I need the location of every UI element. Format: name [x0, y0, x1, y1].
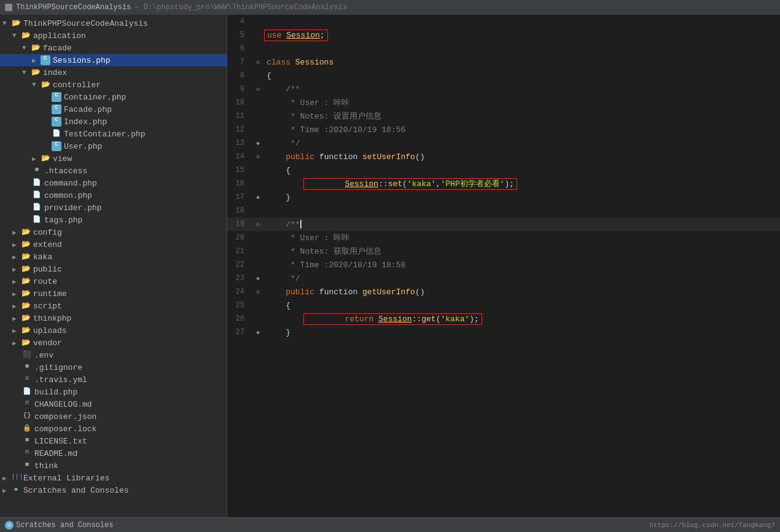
fold-close-icon[interactable]: ◆: [256, 329, 260, 336]
line-code: public function setUserInfo(): [264, 150, 780, 163]
fold-open-icon[interactable]: ◇: [256, 221, 260, 228]
tree-item-label: route: [33, 277, 57, 286]
tree-item-common.php[interactable]: 📄common.php: [0, 189, 227, 201]
folder-icon: 📂: [41, 154, 50, 163]
tree-item-public[interactable]: ▶📂public: [0, 263, 227, 275]
line-gutter: [252, 109, 264, 123]
highlight-box: Session::set('kaka','PHP初学者必看');: [303, 178, 517, 190]
tree-item-index[interactable]: ▼📂index: [0, 66, 227, 79]
folder-icon: 📂: [21, 289, 31, 299]
tree-item-uploads[interactable]: ▶📂uploads: [0, 324, 227, 337]
fold-close-icon[interactable]: ◆: [256, 194, 260, 201]
code-line-26: 26 return Session::get('kaka');: [227, 312, 780, 326]
token: }: [267, 328, 291, 337]
file-icon: {}: [22, 412, 32, 421]
tree-item-composer.lock[interactable]: 🔒composer.lock: [0, 423, 227, 435]
fold-open-icon[interactable]: ◇: [256, 289, 260, 295]
line-gutter: [252, 163, 264, 177]
tree-item-Sessions.php[interactable]: ▶CSessions.php: [0, 54, 227, 66]
token: );: [505, 179, 515, 189]
project-title: ThinkPHPSourceCodeAnalysis: [16, 3, 131, 12]
php-misc-icon: 📄: [22, 387, 32, 397]
tree-item-vendor[interactable]: ▶📂vendor: [0, 337, 227, 349]
line-gutter: ◇: [252, 55, 264, 69]
tree-item-think[interactable]: ■think: [0, 460, 227, 472]
fold-open-icon[interactable]: ◇: [256, 154, 260, 160]
main-layout: ▼📂ThinkPHPSourceCodeAnalysis▼📂applicatio…: [0, 15, 780, 517]
tree-item-LICENSE.txt[interactable]: ■LICENSE.txt: [0, 435, 227, 447]
tree-arrow: ▶: [12, 229, 21, 237]
file-icon: ≡: [22, 375, 32, 385]
tree-item-CHANGELOG.md[interactable]: MCHANGELOG.md: [0, 398, 227, 410]
tree-arrow: ▶: [12, 241, 21, 249]
tree-item-runtime[interactable]: ▶📂runtime: [0, 288, 227, 300]
file-icon: M: [22, 399, 32, 409]
line-number: 19: [227, 217, 252, 231]
code-line-25: 25 {: [227, 299, 780, 312]
tree-item-facade[interactable]: ▼📂facade: [0, 42, 227, 54]
line-gutter: ◆: [252, 272, 264, 285]
file-icon: ■: [22, 436, 32, 446]
tree-item-script[interactable]: ▶📂script: [0, 300, 227, 312]
token: Session: [286, 31, 320, 40]
code-line-5: 5use Session;: [227, 28, 780, 42]
tree-item-Index.php[interactable]: CIndex.php: [0, 115, 227, 128]
code-line-12: 12 * Time :2020/10/19 18:56: [227, 123, 780, 136]
tree-item-command.php[interactable]: 📄command.php: [0, 177, 227, 189]
token: Session: [345, 179, 378, 189]
tree-item-label: command.php: [44, 179, 97, 188]
fold-close-icon[interactable]: ◆: [256, 140, 260, 147]
code-line-24: 24◇ public function getUserInfo(): [227, 285, 780, 299]
tree-item-User.php[interactable]: CUser.php: [0, 140, 227, 152]
ext-icon: |||: [11, 473, 21, 483]
scratches-label-text: Scratches and Consoles: [16, 521, 113, 530]
tree-item-scratches[interactable]: ▶●Scratches and Consoles: [0, 484, 227, 496]
folder-icon: 📂: [11, 18, 21, 28]
tree-item-TestContainer.php[interactable]: 📄TestContainer.php: [0, 128, 227, 140]
tree-item-.env[interactable]: ⬛.env: [0, 349, 227, 361]
code-line-6: 6: [227, 42, 780, 55]
file-icon: M: [22, 448, 32, 458]
line-number: 16: [227, 177, 252, 190]
tree-item-config[interactable]: ▶📂config: [0, 226, 227, 238]
line-number: 10: [227, 96, 252, 109]
file-icon: ■: [32, 166, 42, 176]
line-code: * Notes: 设置用户信息: [264, 109, 780, 123]
tree-item-.htaccess[interactable]: ■.htaccess: [0, 165, 227, 177]
tree-item-tags.php[interactable]: 📄tags.php: [0, 214, 227, 226]
tree-item-.travis.yml[interactable]: ≡.travis.yml: [0, 374, 227, 386]
tree-item-kaka[interactable]: ▶📂kaka: [0, 251, 227, 263]
file-icon: ■: [22, 461, 32, 471]
tree-item-application[interactable]: ▼📂application: [0, 29, 227, 42]
code-line-16: 16 Session::set('kaka','PHP初学者必看');: [227, 177, 780, 190]
tree-item-controller[interactable]: ▼📂controller: [0, 79, 227, 91]
folder-icon: 📂: [21, 252, 31, 262]
tree-item-.gitignore[interactable]: ■.gitignore: [0, 361, 227, 374]
tree-item-extend[interactable]: ▶📂extend: [0, 238, 227, 251]
tree-item-label: provider.php: [44, 203, 102, 213]
tree-item-Facade.php[interactable]: CFacade.php: [0, 103, 227, 115]
line-gutter: [252, 244, 264, 258]
fold-close-icon[interactable]: ◆: [256, 275, 260, 282]
line-code: return Session::get('kaka');: [264, 312, 780, 326]
fold-open-icon[interactable]: ◇: [256, 86, 260, 93]
tree-item-label: Container.php: [64, 93, 126, 102]
tree-item-route[interactable]: ▶📂route: [0, 275, 227, 288]
code-editor[interactable]: 45use Session;67◇class Sessions8{9◇ /**1…: [227, 15, 780, 517]
fold-open-icon[interactable]: ◇: [256, 59, 260, 66]
token: return: [345, 315, 373, 324]
tree-item-view[interactable]: ▶📂view: [0, 152, 227, 165]
line-code: [264, 42, 780, 55]
tree-item-provider.php[interactable]: 📄provider.php: [0, 201, 227, 214]
tree-item-label: CHANGELOG.md: [34, 400, 92, 409]
tree-item-thinkphp[interactable]: ▶📂thinkphp: [0, 312, 227, 324]
tree-item-README.md[interactable]: MREADME.md: [0, 447, 227, 460]
tree-item-build.php[interactable]: 📄build.php: [0, 386, 227, 398]
tree-item-composer.json[interactable]: {}composer.json: [0, 410, 227, 423]
tree-item-external-libraries[interactable]: ▶|||External Libraries: [0, 472, 227, 484]
tree-item-Container.php[interactable]: CContainer.php: [0, 91, 227, 103]
tree-item-label: view: [53, 154, 72, 163]
file-tree-sidebar[interactable]: ▼📂ThinkPHPSourceCodeAnalysis▼📂applicatio…: [0, 15, 227, 517]
tree-item-project-root[interactable]: ▼📂ThinkPHPSourceCodeAnalysis: [0, 17, 227, 29]
scratches-and-consoles[interactable]: ◎ Scratches and Consoles: [5, 521, 113, 530]
